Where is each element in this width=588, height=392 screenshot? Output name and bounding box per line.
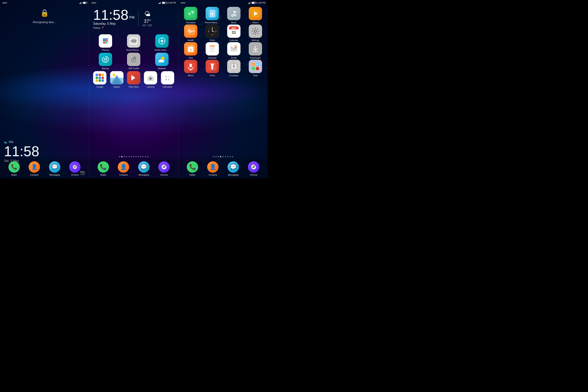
app-item-backup[interactable]: ↺ Backup	[92, 53, 119, 70]
app-item-tools[interactable]: ⚙ 📊 🔧 📱 Tools	[245, 60, 266, 77]
page-dot-3[interactable]	[124, 156, 125, 157]
app-item-google[interactable]: Google	[92, 71, 108, 88]
drawer-dot-4[interactable]	[220, 156, 221, 157]
torch-app-icon[interactable]	[206, 60, 219, 73]
messaging-icon-home[interactable]: 💬	[138, 161, 150, 173]
page-dot-5[interactable]	[128, 156, 130, 157]
music-app-icon[interactable]	[227, 7, 240, 20]
app-item-music[interactable]: Music	[224, 7, 244, 24]
app-item-compass[interactable]: N S E W Compass	[224, 60, 244, 77]
app-item-camera[interactable]: Camera	[143, 71, 158, 88]
app-item-smart-controller[interactable]: Smart Controller	[148, 34, 175, 51]
messaging-icon-lock[interactable]: 💬	[49, 161, 60, 173]
drawer-dot-1[interactable]	[213, 156, 214, 157]
drawer-dot-6[interactable]	[225, 156, 226, 157]
dock-item-dialler-drawer[interactable]: 📞 Dialler	[187, 161, 198, 176]
sim-toolkit-app-icon[interactable]	[127, 53, 140, 66]
dock-item-dialler-lock[interactable]: 📞 Dialler	[8, 161, 20, 176]
dialler-icon-home[interactable]: 📞	[98, 161, 109, 173]
dock-item-messaging-drawer[interactable]: 💬 Messaging	[228, 161, 239, 176]
page-dot-11[interactable]	[142, 156, 144, 157]
messaging-icon-drawer[interactable]: 💬	[228, 161, 239, 173]
google-app-icon[interactable]	[93, 71, 106, 84]
app-item-files[interactable]: Files	[180, 42, 201, 59]
videos-app-icon[interactable]	[249, 7, 262, 20]
calculator-app-icon[interactable]: + − × =	[161, 71, 174, 84]
drawer-dot-7[interactable]	[227, 156, 228, 157]
app-item-clock[interactable]: Clock	[202, 24, 223, 41]
chrome-icon-drawer[interactable]	[248, 161, 259, 173]
phone-manager-app-icon[interactable]	[206, 7, 219, 20]
files-app-icon[interactable]	[184, 42, 197, 56]
app-item-sim-toolkit[interactable]: SIM Toolkit	[120, 53, 147, 70]
contacts-icon-drawer[interactable]: 👤	[207, 161, 218, 173]
clock-app-icon[interactable]	[206, 24, 219, 38]
page-dot-4[interactable]	[126, 156, 127, 157]
compass-app-icon[interactable]: N S E W	[227, 60, 240, 73]
notepad-app-icon[interactable]	[206, 42, 219, 56]
app-item-settings[interactable]: Settings	[245, 24, 266, 41]
app-item-translator[interactable]: a 字 Translator	[180, 7, 201, 24]
app-item-calculator[interactable]: + − × = Calculator	[160, 71, 175, 88]
contacts-icon-home[interactable]: 👤	[118, 161, 129, 173]
page-dot-6[interactable]	[131, 156, 132, 157]
dialler-icon-drawer[interactable]: 📞	[187, 161, 198, 173]
tools-app-icon[interactable]: ⚙ 📊 🔧 📱	[249, 60, 262, 73]
themes-app-icon[interactable]	[99, 34, 112, 48]
app-item-health[interactable]: Health	[180, 24, 201, 41]
page-dot-2[interactable]	[121, 156, 122, 157]
page-dot-8[interactable]	[136, 156, 136, 157]
app-item-gallery[interactable]: Gallery	[109, 71, 124, 88]
email-app-icon[interactable]	[227, 42, 240, 56]
sound-recorder-app-icon[interactable]	[127, 34, 140, 48]
app-item-mirror[interactable]: Mirror	[180, 60, 201, 77]
gallery-app-icon[interactable]	[110, 71, 124, 84]
dock-item-chrome-lock[interactable]: Chrome	[69, 161, 80, 176]
app-item-torch[interactable]: Torch	[202, 60, 223, 77]
drawer-dot-2[interactable]	[216, 156, 216, 157]
page-dot-9[interactable]	[138, 156, 139, 157]
play-store-app-icon[interactable]	[127, 71, 140, 84]
health-app-icon[interactable]	[184, 24, 197, 38]
app-item-themes[interactable]: Themes	[92, 34, 119, 51]
page-dot-1[interactable]	[119, 156, 120, 157]
page-dot-7[interactable]	[133, 156, 134, 157]
smart-controller-app-icon[interactable]	[155, 34, 168, 48]
app-item-sound-recorder[interactable]: Sound Recorder	[120, 34, 147, 51]
dock-item-contacts-home[interactable]: 👤 Contacts	[118, 161, 129, 176]
page-dot-10[interactable]	[140, 156, 141, 157]
dock-item-contacts-lock[interactable]: 👤 Contacts	[28, 161, 40, 176]
mirror-app-icon[interactable]	[184, 60, 197, 73]
dialler-icon-lock[interactable]: 📞	[8, 161, 20, 173]
app-item-phone-manager[interactable]: Phone Manager	[202, 7, 223, 24]
drawer-dot-3[interactable]	[218, 156, 219, 157]
app-item-email[interactable]: Email	[224, 42, 244, 59]
app-item-calendar[interactable]: MAY 31 Calendar	[224, 24, 244, 41]
app-item-videos[interactable]: Videos	[245, 7, 266, 24]
backup-app-icon[interactable]: ↺	[99, 53, 112, 66]
drawer-dot-5[interactable]	[222, 156, 224, 157]
dock-item-messaging-home[interactable]: 💬 Messaging	[138, 161, 150, 176]
contacts-icon-lock[interactable]: 👤	[28, 161, 40, 173]
app-item-notepad[interactable]: Notepad	[202, 42, 223, 59]
app-item-weather[interactable]: Weather	[148, 53, 175, 70]
translator-app-icon[interactable]: a 字	[184, 7, 197, 20]
dock-item-chrome-drawer[interactable]: Chrome	[248, 161, 259, 176]
chrome-icon-lock[interactable]	[69, 161, 80, 173]
page-dot-13[interactable]	[147, 156, 148, 157]
camera-app-icon[interactable]	[144, 71, 157, 84]
drawer-dot-9[interactable]	[232, 156, 233, 157]
page-dot-12[interactable]	[145, 156, 146, 157]
calendar-app-icon[interactable]: MAY 31	[227, 24, 240, 38]
dock-item-contacts-drawer[interactable]: 👤 Contacts	[207, 161, 218, 176]
app-item-play-store[interactable]: Play Store	[126, 71, 141, 88]
settings-app-icon[interactable]	[249, 24, 262, 38]
app-item-downloads[interactable]: Downloads	[245, 42, 266, 59]
weather-app-icon[interactable]	[155, 53, 168, 66]
dock-item-dialler-home[interactable]: 📞 Dialler	[98, 161, 109, 176]
dock-item-messaging-lock[interactable]: 💬 Messaging	[49, 161, 60, 176]
drawer-dot-8[interactable]	[230, 156, 231, 157]
downloads-app-icon[interactable]	[249, 42, 262, 56]
chrome-icon-home[interactable]	[158, 161, 170, 173]
dock-item-chrome-home[interactable]: Chrome	[158, 161, 170, 176]
